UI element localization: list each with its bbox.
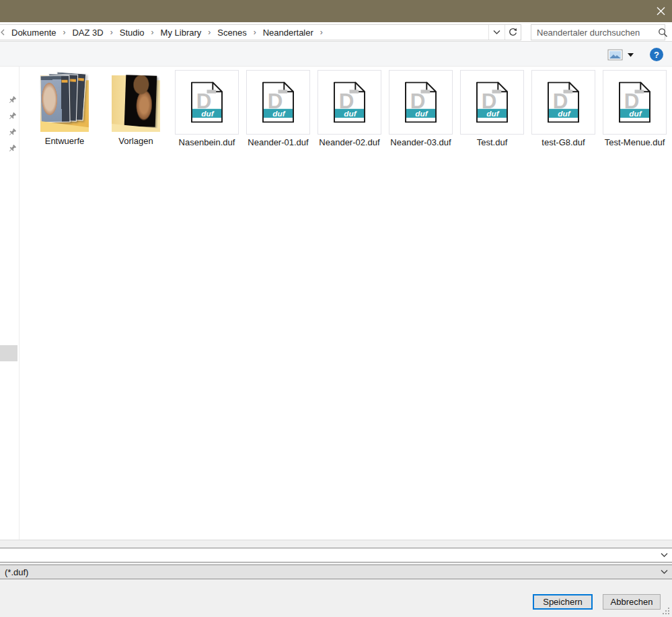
nav-pane-scrollbar-thumb[interactable] bbox=[0, 345, 17, 361]
file-icon-box: D duf bbox=[389, 70, 453, 135]
address-history-dropdown-button[interactable] bbox=[488, 25, 505, 40]
pin-icon[interactable] bbox=[7, 128, 17, 137]
file-item[interactable]: D duf test-G8.duf bbox=[531, 70, 595, 147]
chevron-down-icon bbox=[661, 569, 668, 575]
folder-icon bbox=[36, 71, 93, 133]
save-button[interactable]: Speichern bbox=[533, 594, 593, 610]
view-dropdown-caret-icon bbox=[628, 53, 634, 57]
duf-file-icon: D duf bbox=[405, 81, 437, 123]
address-bar-controls bbox=[488, 25, 521, 40]
filename-combobox bbox=[0, 548, 672, 562]
breadcrumb-item[interactable]: Dokumente bbox=[10, 26, 57, 40]
file-label: Neander-02.duf bbox=[318, 137, 381, 147]
folder-item-entwuerfe[interactable]: Entwuerfe bbox=[31, 70, 98, 146]
breadcrumb-item[interactable]: DAZ 3D bbox=[71, 26, 104, 40]
duf-file-icon: D duf bbox=[191, 81, 223, 123]
filetype-value: (*.duf) bbox=[0, 567, 655, 577]
cancel-button[interactable]: Abbrechen bbox=[603, 594, 661, 610]
breadcrumb-separator[interactable]: › bbox=[202, 28, 216, 37]
file-item[interactable]: D duf Neander-02.duf bbox=[318, 70, 381, 147]
chevron-left-fragment-icon bbox=[1, 29, 5, 36]
pin-icon[interactable] bbox=[7, 112, 17, 121]
pin-icon[interactable] bbox=[7, 96, 17, 105]
file-item[interactable]: D duf Nasenbein.duf bbox=[175, 70, 239, 147]
breadcrumb-separator[interactable]: › bbox=[248, 28, 262, 37]
cancel-button-label: Abbrechen bbox=[611, 597, 653, 607]
help-icon: ? bbox=[654, 50, 659, 60]
file-icon-box: D duf bbox=[603, 70, 667, 135]
folder-item-vorlagen[interactable]: Vorlagen bbox=[102, 70, 170, 146]
file-label: Neander-03.duf bbox=[389, 137, 453, 147]
svg-text:duf: duf bbox=[415, 109, 428, 118]
file-label: Neander-01.duf bbox=[246, 137, 310, 147]
folder-label: Entwuerfe bbox=[31, 136, 98, 146]
titlebar bbox=[0, 0, 672, 22]
duf-file-icon: D duf bbox=[476, 81, 508, 123]
toolbar: ? bbox=[0, 41, 672, 67]
filetype-combobox[interactable]: (*.duf) bbox=[0, 565, 672, 579]
svg-text:duf: duf bbox=[558, 109, 570, 118]
breadcrumb-item[interactable]: Neandertaler bbox=[262, 26, 315, 40]
file-icon-box: D duf bbox=[318, 70, 381, 135]
file-label: test-G8.duf bbox=[531, 137, 595, 147]
search-box bbox=[531, 24, 665, 40]
breadcrumb-separator[interactable]: › bbox=[57, 28, 71, 37]
close-button[interactable] bbox=[650, 0, 671, 22]
breadcrumb-item[interactable]: My Library bbox=[159, 26, 203, 40]
folder-label: Vorlagen bbox=[102, 136, 170, 146]
duf-file-icon: D duf bbox=[548, 81, 579, 123]
refresh-button[interactable] bbox=[505, 25, 521, 40]
file-item[interactable]: D duf Neander-01.duf bbox=[246, 70, 310, 147]
file-label: Test.duf bbox=[460, 137, 524, 147]
filename-dropdown-button[interactable] bbox=[655, 552, 672, 558]
content-area: Entwuerfe Vorlagen D bbox=[0, 67, 672, 540]
save-dialog-window: Dokumente›DAZ 3D›Studio›My Library›Scene… bbox=[0, 0, 672, 617]
file-grid: D duf Nasenbein.duf D bbox=[175, 70, 667, 147]
svg-text:duf: duf bbox=[629, 109, 642, 118]
breadcrumb-item[interactable]: Studio bbox=[118, 26, 146, 40]
file-item[interactable]: D duf Test.duf bbox=[460, 70, 524, 147]
search-icon[interactable] bbox=[658, 28, 668, 38]
svg-text:duf: duf bbox=[272, 109, 285, 118]
file-item[interactable]: D duf Neander-03.duf bbox=[389, 70, 453, 147]
svg-text:duf: duf bbox=[344, 109, 357, 118]
filename-input[interactable] bbox=[0, 548, 655, 562]
breadcrumb-separator[interactable]: › bbox=[315, 28, 328, 37]
breadcrumb-item[interactable]: Scenes bbox=[216, 26, 248, 40]
folder-icon bbox=[108, 71, 164, 133]
file-icon-box: D duf bbox=[460, 70, 524, 135]
file-label: Nasenbein.duf bbox=[175, 137, 239, 147]
nav-pane-divider bbox=[19, 67, 20, 540]
view-mode-icon bbox=[607, 49, 623, 61]
file-item[interactable]: D duf Test-Menue.duf bbox=[603, 70, 667, 147]
save-button-label: Speichern bbox=[543, 597, 583, 607]
chevron-down-icon bbox=[661, 552, 668, 558]
address-bar: Dokumente›DAZ 3D›Studio›My Library›Scene… bbox=[0, 24, 521, 40]
pin-icon[interactable] bbox=[7, 144, 17, 153]
svg-text:duf: duf bbox=[201, 109, 214, 118]
filetype-dropdown-button[interactable] bbox=[655, 569, 672, 575]
file-icon-box: D duf bbox=[175, 70, 239, 135]
file-label: Test-Menue.duf bbox=[603, 137, 667, 147]
search-input[interactable] bbox=[531, 28, 658, 38]
view-mode-button[interactable] bbox=[604, 48, 636, 62]
svg-text:duf: duf bbox=[486, 109, 499, 118]
chevron-down-icon bbox=[493, 30, 500, 35]
breadcrumb: Dokumente›DAZ 3D›Studio›My Library›Scene… bbox=[10, 26, 488, 40]
refresh-icon bbox=[508, 28, 518, 38]
duf-file-icon: D duf bbox=[334, 81, 365, 123]
footer: (*.duf) Speichern Abbrechen bbox=[0, 540, 672, 617]
breadcrumb-separator[interactable]: › bbox=[146, 28, 159, 37]
resize-grip[interactable] bbox=[662, 607, 670, 615]
breadcrumb-separator[interactable]: › bbox=[105, 28, 118, 37]
duf-file-icon: D duf bbox=[262, 81, 294, 123]
file-icon-box: D duf bbox=[531, 70, 595, 135]
duf-file-icon: D duf bbox=[619, 81, 650, 123]
close-icon bbox=[657, 7, 665, 15]
help-button[interactable]: ? bbox=[650, 48, 663, 61]
file-icon-box: D duf bbox=[246, 70, 310, 135]
address-row: Dokumente›DAZ 3D›Studio›My Library›Scene… bbox=[0, 22, 672, 41]
